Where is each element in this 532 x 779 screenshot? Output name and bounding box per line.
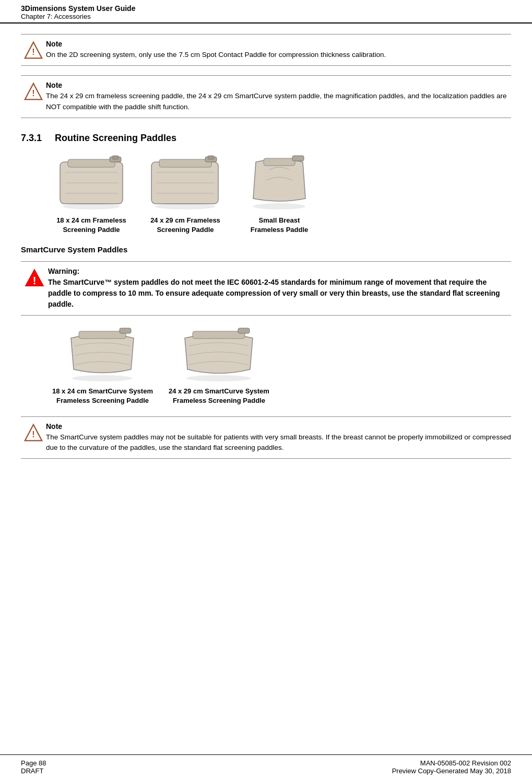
svg-rect-13 [159, 159, 211, 167]
smartcurve-heading: SmartCurve System Paddles [21, 245, 511, 254]
footer-right: MAN-05085-002 Revision 002 Preview Copy-… [392, 759, 511, 775]
svg-point-22 [253, 203, 305, 210]
note-icon-1: ! [21, 40, 46, 60]
paddle-item-24x29: 24 x 29 cm Frameless Screening Paddle [146, 154, 224, 235]
note-content-2: Note The 24 x 29 cm frameless screening … [46, 81, 511, 112]
svg-point-11 [63, 203, 120, 210]
footer-left: Page 88 DRAFT [21, 759, 46, 775]
smartcurve-paddle-image-24x29 [180, 325, 258, 382]
note-icon-2: ! [21, 81, 46, 101]
paddle-label-18x24: 18 x 24 cm Frameless Screening Paddle [56, 216, 126, 235]
svg-text:!: ! [32, 429, 34, 439]
paddle-item-18x24: 18 x 24 cm Frameless Screening Paddle [52, 154, 131, 235]
svg-point-27 [72, 375, 133, 381]
svg-text:!: ! [32, 47, 34, 56]
note-icon-3: ! [21, 422, 46, 442]
paddle-item-small-breast: Small Breast Frameless Paddle [240, 154, 318, 235]
page-header: 3Dimensions System User Guide Chapter 7:… [0, 0, 532, 24]
svg-rect-28 [193, 331, 245, 339]
smartcurve-paddle-item-18x24: 18 x 24 cm SmartCurve System Frameless S… [52, 325, 153, 405]
svg-rect-25 [79, 331, 126, 339]
routine-paddles-row: 18 x 24 cm Frameless Screening Paddle 24… [52, 154, 511, 235]
warning-triangle-icon: ! [25, 268, 44, 288]
note-box-2: ! Note The 24 x 29 cm frameless screenin… [21, 75, 511, 118]
note-box-3: ! Note The SmartCurve system paddles may… [21, 416, 511, 459]
svg-text:!: ! [32, 88, 34, 98]
svg-rect-29 [238, 328, 250, 333]
smartcurve-paddle-item-24x29: 24 x 29 cm SmartCurve System Frameless S… [169, 325, 269, 405]
smartcurve-paddles-row: 18 x 24 cm SmartCurve System Frameless S… [52, 325, 511, 405]
note-content-3: Note The SmartCurve system paddles may n… [46, 422, 511, 454]
page-footer: Page 88 DRAFT MAN-05085-002 Revision 002… [0, 754, 532, 779]
note-caution-icon-3: ! [24, 423, 43, 442]
paddle-label-24x29: 24 x 29 cm Frameless Screening Paddle [150, 216, 220, 235]
smartcurve-paddle-label-24x29: 24 x 29 cm SmartCurve System Frameless S… [169, 387, 269, 405]
page-content: ! Note On the 2D screening system, only … [0, 24, 532, 499]
svg-rect-26 [120, 328, 131, 333]
smartcurve-paddle-label-18x24: 18 x 24 cm SmartCurve System Frameless S… [52, 387, 153, 405]
paddle-image-24x29 [146, 154, 224, 212]
svg-rect-5 [68, 159, 115, 167]
svg-rect-15 [208, 156, 214, 159]
warning-box: ! Warning: The SmartCurve™ system paddle… [21, 261, 511, 316]
smartcurve-paddle-image-18x24 [63, 325, 141, 382]
warning-icon: ! [21, 267, 48, 288]
paddle-image-18x24 [52, 154, 131, 212]
paddle-label-small-breast: Small Breast Frameless Paddle [251, 216, 309, 235]
note-box-1: ! Note On the 2D screening system, only … [21, 34, 511, 66]
note-caution-icon-2: ! [24, 82, 43, 101]
svg-text:!: ! [33, 275, 37, 286]
svg-rect-21 [292, 156, 304, 161]
paddle-image-small-breast [240, 154, 318, 212]
svg-point-19 [155, 203, 216, 210]
svg-rect-20 [264, 158, 295, 166]
section-heading: 7.3.1 Routine Screening Paddles [21, 133, 511, 144]
svg-rect-7 [112, 156, 119, 159]
svg-point-30 [186, 375, 251, 381]
warning-content: Warning: The SmartCurve™ system paddles … [48, 267, 511, 310]
header-title: 3Dimensions System User Guide Chapter 7:… [21, 4, 135, 20]
note-caution-icon: ! [24, 41, 43, 60]
note-content-1: Note On the 2D screening system, only us… [46, 40, 511, 60]
